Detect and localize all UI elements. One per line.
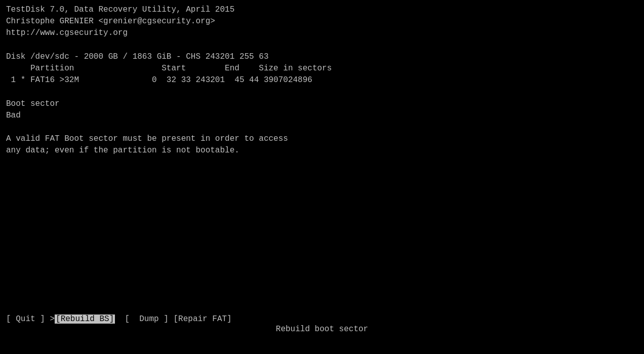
disk-col-headers: Partition Start End Size in sectors — [6, 63, 638, 74]
quit-bracket-close: ] — [40, 314, 45, 324]
dump-suffix: ] — [164, 314, 169, 324]
boot-sector-label: Boot sector — [6, 98, 638, 110]
disk-partition-row: 1 * FAT16 >32M 0 32 33 243201 45 44 3907… — [6, 74, 638, 86]
dump-prefix: [ — [115, 314, 134, 324]
message-line1: A valid FAT Boot sector must be present … — [6, 133, 638, 145]
quit-bracket-open: [ — [6, 314, 11, 324]
bottom-bar: [ Quit ] > [Rebuild BS] [ Dump ] [Repair… — [0, 314, 644, 334]
rebuild-bs-button[interactable]: [Rebuild BS] — [55, 314, 115, 324]
repair-fat-button[interactable]: [Repair FAT] — [169, 314, 232, 324]
rebuild-prefix: > — [45, 314, 55, 324]
menu-description: Rebuild boot sector — [6, 325, 638, 334]
quit-button[interactable]: Quit — [11, 314, 41, 324]
boot-sector-status: Bad — [6, 110, 638, 122]
disk-info-line1: Disk /dev/sdc - 2000 GB / 1863 GiB - CHS… — [6, 51, 638, 63]
header-line3: http://www.cgsecurity.org — [6, 27, 638, 39]
menu-row: [ Quit ] > [Rebuild BS] [ Dump ] [Repair… — [6, 314, 638, 324]
message-line2: any data; even if the partition is not b… — [6, 145, 638, 156]
header-line2: Christophe GRENIER <grenier@cgsecurity.o… — [6, 16, 638, 27]
dump-button[interactable]: Dump — [135, 314, 164, 324]
header-line1: TestDisk 7.0, Data Recovery Utility, Apr… — [6, 4, 638, 16]
terminal: TestDisk 7.0, Data Recovery Utility, Apr… — [0, 0, 644, 354]
